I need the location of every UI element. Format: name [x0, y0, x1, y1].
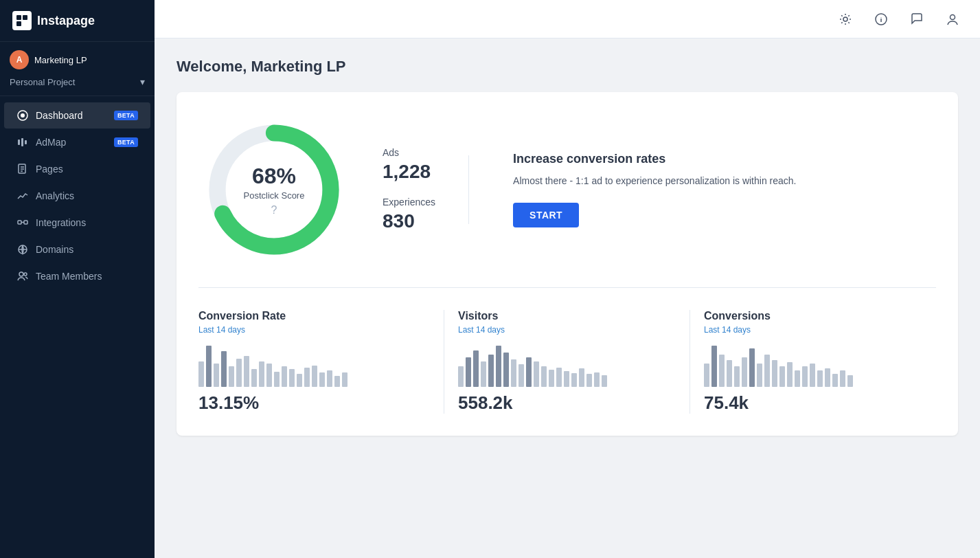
admap-label: AdMap [36, 137, 107, 148]
metric-value-0: 13.15% [198, 392, 430, 414]
integrations-label: Integrations [36, 217, 138, 228]
ads-value: 1,228 [383, 161, 435, 183]
sidebar-item-admap[interactable]: AdMap BETA [4, 129, 150, 155]
metric-value-1: 558.2k [458, 392, 676, 414]
sidebar-item-pages[interactable]: Pages [4, 156, 150, 182]
analytics-label: Analytics [36, 190, 138, 201]
logo-text: Instapage [37, 14, 95, 28]
bar [817, 370, 823, 387]
bar [304, 368, 310, 388]
bar [244, 356, 249, 387]
metric-block-1: VisitorsLast 14 days558.2k [444, 310, 690, 414]
bar [549, 370, 554, 387]
domains-label: Domains [36, 244, 138, 255]
domains-icon [16, 244, 29, 255]
user-name: Marketing LP [34, 55, 87, 65]
svg-rect-2 [16, 21, 21, 26]
score-section: 68% Postclick Score ? Ads 1,228 Experien… [198, 114, 936, 288]
bar-chart-0 [198, 346, 430, 387]
svg-rect-0 [16, 15, 21, 20]
sidebar-item-integrations[interactable]: Integrations [4, 210, 150, 236]
info-icon[interactable] [870, 8, 892, 30]
bar [772, 360, 777, 387]
integrations-icon [16, 217, 29, 228]
bar [266, 364, 272, 387]
team-members-icon [16, 271, 29, 282]
bar [488, 355, 494, 387]
sidebar: Instapage A Marketing LP Personal Projec… [0, 0, 155, 558]
dashboard-label: Dashboard [36, 110, 107, 121]
bar [802, 366, 808, 387]
bar [496, 346, 501, 387]
logo-icon [12, 11, 32, 30]
bar [764, 355, 770, 387]
settings-icon[interactable] [834, 8, 856, 30]
bar [711, 346, 717, 387]
admap-icon [16, 137, 29, 148]
chat-icon[interactable] [906, 8, 928, 30]
metric-subtitle-2: Last 14 days [704, 325, 922, 335]
project-selector[interactable]: Personal Project ▾ [10, 76, 145, 87]
dashboard-icon [16, 110, 29, 121]
sidebar-item-domains[interactable]: Domains [4, 236, 150, 263]
ads-stat: Ads 1,228 [383, 147, 435, 183]
svg-point-12 [19, 272, 23, 276]
bar [342, 372, 347, 387]
metric-title-0: Conversion Rate [198, 310, 430, 322]
bar [832, 374, 838, 387]
bar [206, 346, 212, 387]
workspace-area: A Marketing LP Personal Project ▾ [0, 42, 155, 96]
user-profile-icon[interactable] [942, 8, 964, 30]
bar [327, 370, 332, 387]
bar [236, 359, 242, 387]
postclick-percent: 68% [244, 164, 305, 189]
metric-block-0: Conversion RateLast 14 days13.15% [198, 310, 444, 414]
svg-rect-1 [23, 15, 27, 20]
postclick-label: Postclick Score [244, 190, 305, 201]
bar [503, 353, 509, 387]
help-icon[interactable]: ? [244, 204, 305, 216]
bar [229, 366, 234, 387]
pages-icon [16, 164, 29, 175]
donut-chart: 68% Postclick Score ? [198, 114, 350, 265]
bar [297, 374, 302, 387]
score-stats: Ads 1,228 Experiences 830 [383, 147, 435, 232]
chevron-down-icon: ▾ [140, 76, 145, 87]
sidebar-item-analytics[interactable]: Analytics [4, 183, 150, 209]
bar [458, 366, 464, 387]
bar [511, 359, 516, 387]
svg-point-16 [950, 14, 955, 19]
dashboard-beta-badge: BETA [114, 111, 138, 120]
logo-area: Instapage [0, 0, 155, 42]
bar [526, 357, 532, 387]
start-button[interactable]: START [513, 203, 579, 227]
bar [473, 350, 479, 387]
bar-chart-1 [458, 346, 676, 387]
divider [468, 155, 469, 224]
bar [787, 362, 793, 387]
bar [594, 372, 600, 387]
topbar [155, 0, 980, 38]
svg-point-4 [21, 113, 25, 118]
bar [221, 351, 227, 388]
experiences-stat: Experiences 830 [383, 197, 435, 232]
bar [579, 368, 584, 387]
project-label: Personal Project [10, 77, 75, 87]
bar [749, 348, 755, 387]
svg-rect-7 [25, 140, 27, 144]
bar [282, 366, 287, 387]
bar [251, 369, 257, 387]
bar [198, 361, 204, 388]
bar [847, 375, 853, 387]
workspace-user: A Marketing LP [10, 50, 145, 69]
pages-label: Pages [36, 164, 138, 175]
svg-rect-5 [18, 140, 20, 145]
bar [481, 361, 486, 387]
bar [734, 366, 740, 387]
bar [719, 355, 725, 387]
promo-section: Increase conversion rates Almost there -… [502, 152, 936, 227]
bar [334, 376, 340, 388]
sidebar-item-dashboard[interactable]: Dashboard BETA [4, 102, 150, 129]
bar [259, 361, 264, 388]
sidebar-item-team-members[interactable]: Team Members [4, 263, 150, 289]
